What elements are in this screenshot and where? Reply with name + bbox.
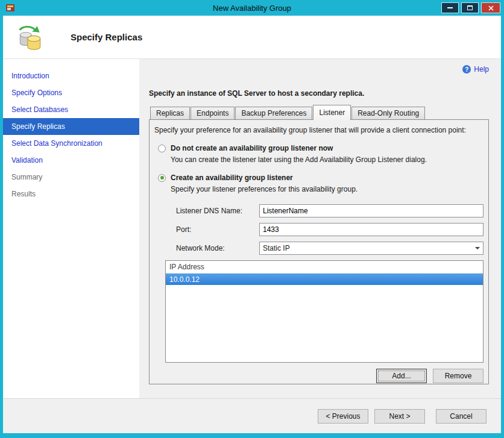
- remove-ip-button[interactable]: Remove: [433, 369, 484, 383]
- chevron-down-icon: [475, 247, 480, 249]
- body-row: Introduction Specify Options Select Data…: [3, 59, 501, 398]
- availability-group-icon: [15, 23, 44, 52]
- radio-dot: [160, 176, 164, 180]
- sidebar-item-summary: Summary: [3, 169, 139, 186]
- cancel-button[interactable]: Cancel: [436, 409, 487, 424]
- network-mode-label: Network Mode:: [176, 244, 259, 252]
- tab-listener[interactable]: Listener: [313, 105, 351, 120]
- tab-strip: Replicas Endpoints Backup Preferences Li…: [149, 105, 489, 119]
- listener-tab-panel: Specify your preference for an availabil…: [149, 119, 489, 384]
- radio-no-listener[interactable]: [158, 145, 166, 152]
- previous-button[interactable]: < Previous: [318, 409, 368, 424]
- sidebar-item-select-databases[interactable]: Select Databases: [3, 101, 139, 118]
- port-label: Port:: [176, 225, 259, 234]
- sidebar-item-specify-options[interactable]: Specify Options: [3, 84, 139, 101]
- radio-no-listener-label: Do not create an availability group list…: [171, 144, 333, 152]
- dialog-body: Specify Replicas Introduction Specify Op…: [3, 16, 501, 433]
- network-mode-value: Static IP: [260, 244, 472, 252]
- radio-create-listener[interactable]: [158, 174, 166, 182]
- tab-read-only-routing[interactable]: Read-Only Routing: [351, 107, 425, 119]
- radio-row-create-listener[interactable]: Create an availability group listener: [158, 174, 484, 182]
- maximize-button[interactable]: [461, 2, 479, 13]
- sidebar-item-results: Results: [3, 186, 139, 202]
- radio-create-listener-description: Specify your listener preferences for th…: [171, 185, 484, 193]
- dns-name-row: Listener DNS Name:: [176, 204, 484, 217]
- tab-backup-preferences[interactable]: Backup Preferences: [235, 107, 312, 119]
- dns-name-label: Listener DNS Name:: [176, 207, 259, 215]
- close-button[interactable]: [481, 2, 500, 13]
- help-link[interactable]: Help: [474, 65, 489, 74]
- wizard-header: Specify Replicas: [3, 16, 501, 59]
- network-mode-row: Network Mode: Static IP: [176, 242, 484, 255]
- sidebar-item-select-data-synchronization[interactable]: Select Data Synchronization: [3, 135, 139, 152]
- instruction-text: Specify an instance of SQL Server to hos…: [149, 89, 489, 98]
- listener-fields: Listener DNS Name: Port: Network Mode: S…: [154, 204, 484, 255]
- minimize-button[interactable]: [441, 2, 459, 13]
- title-bar: New Availability Group: [0, 0, 504, 16]
- window-title: New Availability Group: [0, 4, 504, 13]
- ip-address-column-header: IP Address: [166, 261, 483, 274]
- sidebar-item-specify-replicas[interactable]: Specify Replicas: [3, 118, 139, 135]
- dropdown-button[interactable]: [472, 242, 483, 254]
- sidebar-item-validation[interactable]: Validation: [3, 152, 139, 169]
- port-input[interactable]: [259, 223, 484, 236]
- network-mode-dropdown[interactable]: Static IP: [259, 242, 484, 255]
- radio-no-listener-description: You can create the listener later using …: [171, 155, 484, 164]
- wizard-steps-sidebar: Introduction Specify Options Select Data…: [3, 59, 139, 398]
- app-icon: [5, 3, 15, 13]
- radio-create-listener-label: Create an availability group listener: [171, 174, 293, 182]
- port-row: Port:: [176, 223, 484, 236]
- close-icon: [488, 5, 494, 11]
- ip-address-list[interactable]: IP Address 10.0.0.12: [165, 260, 484, 363]
- help-icon: ?: [462, 65, 471, 74]
- tab-replicas[interactable]: Replicas: [150, 107, 190, 119]
- ip-list-buttons: Add... Remove: [154, 369, 484, 383]
- content-pane: ? Help Specify an instance of SQL Server…: [139, 59, 501, 398]
- window-controls: [441, 2, 500, 13]
- tab-endpoints[interactable]: Endpoints: [191, 107, 235, 119]
- next-button[interactable]: Next >: [374, 409, 425, 424]
- dns-name-input[interactable]: [259, 204, 484, 217]
- sidebar-item-introduction[interactable]: Introduction: [3, 67, 139, 84]
- help-row: ? Help: [149, 64, 489, 75]
- add-ip-button[interactable]: Add...: [376, 369, 427, 383]
- wizard-window: New Availability Group Specify Replicas …: [0, 0, 504, 438]
- wizard-footer: < Previous Next > Cancel: [3, 398, 501, 433]
- radio-row-no-listener[interactable]: Do not create an availability group list…: [158, 144, 484, 152]
- maximize-icon: [467, 5, 473, 10]
- page-title: Specify Replicas: [71, 32, 142, 42]
- listener-intro-text: Specify your preference for an availabil…: [154, 126, 484, 134]
- minimize-icon: [447, 7, 453, 8]
- ip-address-row-selected[interactable]: 10.0.0.12: [166, 274, 483, 285]
